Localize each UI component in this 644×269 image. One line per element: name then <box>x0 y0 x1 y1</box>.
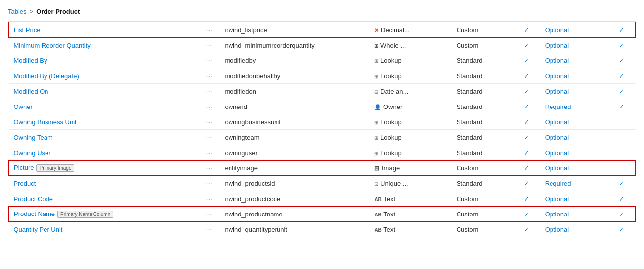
field-name-link[interactable]: Owning Business Unit <box>14 118 77 126</box>
field-type: AB Text <box>369 191 451 207</box>
row-menu-dots[interactable]: ··· <box>206 179 213 187</box>
field-name-link[interactable]: Modified By (Delegate) <box>14 72 79 80</box>
field-standard: Standard <box>452 68 513 84</box>
field-type: ⊞ Lookup <box>369 130 451 145</box>
row-menu-dots[interactable]: ··· <box>206 56 213 64</box>
field-standard: Custom <box>452 38 513 53</box>
field-standard: Standard <box>452 53 513 68</box>
field-name-link[interactable]: Owning Team <box>14 134 53 141</box>
field-name-link[interactable]: Picture <box>14 164 34 171</box>
logical-name: owninguser <box>220 145 369 161</box>
field-check1: ✓ <box>513 207 540 222</box>
field-check1: ✓ <box>513 99 540 114</box>
field-name-link[interactable]: List Price <box>14 26 40 34</box>
row-menu-dots[interactable]: ··· <box>206 149 213 157</box>
check-icon: ✓ <box>524 164 529 172</box>
field-requirement: Optional <box>540 114 608 130</box>
field-name-link[interactable]: Product <box>14 180 36 187</box>
row-menu-dots[interactable]: ··· <box>206 26 213 34</box>
row-menu-dots[interactable]: ··· <box>206 164 213 172</box>
columns-table: List Price···nwind_listprice✕ Decimal...… <box>8 22 636 237</box>
field-name-link[interactable]: Quantity Per Unit <box>14 226 63 233</box>
logical-name: owningteam <box>220 130 369 145</box>
breadcrumb-separator: > <box>30 8 34 15</box>
table-row: PicturePrimary Image···entityimage🖼 Imag… <box>9 161 636 176</box>
row-menu-dots[interactable]: ··· <box>206 87 213 95</box>
row-menu-dots[interactable]: ··· <box>206 41 213 49</box>
check-icon: ✓ <box>619 226 624 233</box>
field-standard: Standard <box>452 84 513 99</box>
field-name-link[interactable]: Owning User <box>14 149 51 157</box>
field-check1: ✓ <box>513 176 540 191</box>
field-check2 <box>608 114 635 130</box>
table-row: Owner···ownerid👤 OwnerStandard✓Required✓ <box>9 99 636 114</box>
logical-name: nwind_minimumreorderquantity <box>220 38 369 53</box>
field-check2: ✓ <box>608 38 635 53</box>
check-icon: ✓ <box>619 26 624 34</box>
check-icon: ✓ <box>619 57 624 64</box>
field-standard: Standard <box>452 176 513 191</box>
row-menu-dots[interactable]: ··· <box>206 72 213 80</box>
check-icon: ✓ <box>524 26 529 34</box>
field-check1: ✓ <box>513 161 540 176</box>
breadcrumb: Tables > Order Product <box>8 8 636 15</box>
field-standard: Custom <box>452 222 513 237</box>
field-name-link[interactable]: Product Name <box>14 210 55 217</box>
check-icon: ✓ <box>524 195 529 203</box>
field-requirement: Optional <box>540 161 608 176</box>
field-standard: Custom <box>452 191 513 207</box>
row-menu-dots[interactable]: ··· <box>206 118 213 126</box>
table-row: Product NamePrimary Name Column···nwind_… <box>9 207 636 222</box>
field-type: ⊡ Unique ... <box>369 176 451 191</box>
field-name-link[interactable]: Owner <box>14 103 33 110</box>
field-check1: ✓ <box>513 68 540 84</box>
field-name-link[interactable]: Minimum Reorder Quantity <box>14 42 91 49</box>
field-check1: ✓ <box>513 38 540 53</box>
field-type: AB Text <box>369 222 451 237</box>
check-icon: ✓ <box>524 211 529 218</box>
field-check2: ✓ <box>608 84 635 99</box>
row-menu-dots[interactable]: ··· <box>206 133 213 141</box>
field-check2: ✓ <box>608 191 635 207</box>
table-row: Owning User···owninguser⊞ LookupStandard… <box>9 145 636 161</box>
field-check2: ✓ <box>608 68 635 84</box>
field-name-link[interactable]: Modified By <box>14 57 47 64</box>
field-check2: ✓ <box>608 99 635 114</box>
table-row: Minimum Reorder Quantity···nwind_minimum… <box>9 38 636 53</box>
check-icon: ✓ <box>619 180 624 187</box>
field-standard: Standard <box>452 99 513 114</box>
field-check2 <box>608 161 635 176</box>
field-check1: ✓ <box>513 222 540 237</box>
field-requirement: Optional <box>540 145 608 161</box>
table-row: Product Code···nwind_productcodeAB TextC… <box>9 191 636 207</box>
field-requirement: Required <box>540 176 608 191</box>
field-name-link[interactable]: Product Code <box>14 195 53 203</box>
check-icon: ✓ <box>524 118 529 126</box>
row-menu-dots[interactable]: ··· <box>206 103 213 110</box>
field-name-link[interactable]: Modified On <box>14 88 48 95</box>
tables-link[interactable]: Tables <box>8 8 27 15</box>
table-row: Modified By···modifiedby⊞ LookupStandard… <box>9 53 636 68</box>
logical-name: modifiedonbehalfby <box>220 68 369 84</box>
check-icon: ✓ <box>524 72 529 80</box>
table-row: Modified On···modifiedon⊟ Date an...Stan… <box>9 84 636 99</box>
logical-name: nwind_quantityperunit <box>220 222 369 237</box>
breadcrumb-current: Order Product <box>36 8 80 15</box>
field-standard: Standard <box>452 145 513 161</box>
check-icon: ✓ <box>524 226 529 233</box>
table-row: Owning Business Unit···owningbusinessuni… <box>9 114 636 130</box>
field-check2 <box>608 130 635 145</box>
field-type: ⊞ Lookup <box>369 114 451 130</box>
logical-name: ownerid <box>220 99 369 114</box>
field-requirement: Optional <box>540 84 608 99</box>
field-check1: ✓ <box>513 22 540 38</box>
field-type: ⊞ Lookup <box>369 53 451 68</box>
field-requirement: Optional <box>540 68 608 84</box>
row-menu-dots[interactable]: ··· <box>206 210 213 218</box>
check-icon: ✓ <box>619 88 624 95</box>
field-check2: ✓ <box>608 207 635 222</box>
row-menu-dots[interactable]: ··· <box>206 225 213 233</box>
row-menu-dots[interactable]: ··· <box>206 195 213 203</box>
field-type: 👤 Owner <box>369 99 451 114</box>
field-type: 🖼 Image <box>369 161 451 176</box>
